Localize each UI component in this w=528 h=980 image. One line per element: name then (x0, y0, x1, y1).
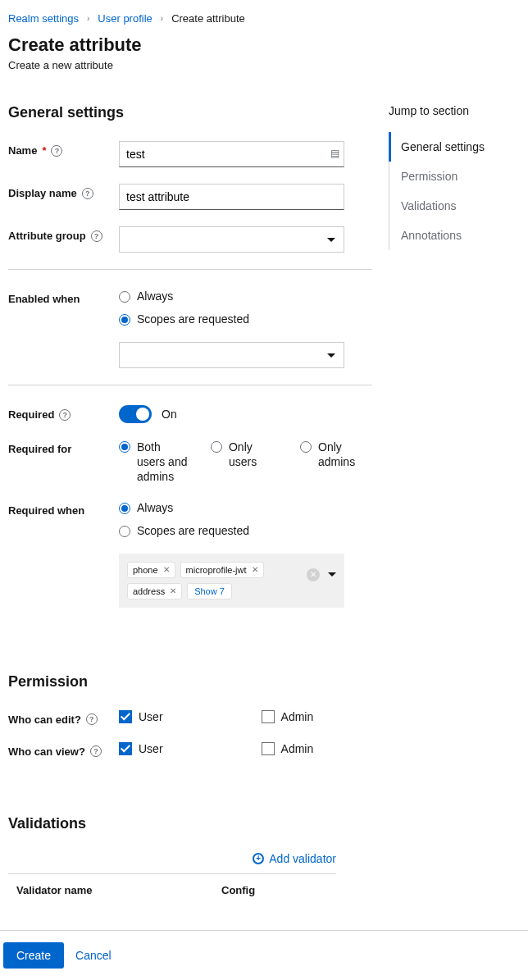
breadcrumb: Realm settings › User profile › Create a… (8, 8, 520, 25)
chip-phone: phone ✕ (127, 562, 175, 578)
checkbox-edit-admin[interactable]: Admin (262, 710, 314, 723)
chevron-right-icon: › (87, 14, 89, 23)
label-enabled-when: Enabled when (8, 289, 119, 305)
jump-nav: General settings Permission Validations … (389, 132, 520, 250)
chip-microprofile-jwt: microprofile-jwt ✕ (180, 562, 264, 578)
checkbox-view-admin[interactable]: Admin (262, 742, 314, 755)
label-who-can-edit: Who can edit? ? (8, 710, 119, 726)
clear-all-icon[interactable]: ✕ (307, 568, 320, 581)
radio-required-when-scopes[interactable]: Scopes are requested (119, 524, 372, 537)
page-subtitle: Create a new attribute (8, 59, 520, 71)
validators-table: Validator name Config (8, 873, 336, 906)
close-icon[interactable]: ✕ (163, 565, 170, 574)
create-button[interactable]: Create (3, 942, 64, 969)
scopes-multiselect[interactable]: phone ✕ microprofile-jwt ✕ address ✕ (119, 554, 344, 608)
label-name: Name * ? (8, 141, 119, 157)
column-config: Config (221, 884, 255, 896)
checkbox-edit-user[interactable]: User (119, 710, 163, 723)
radio-enabled-scopes[interactable]: Scopes are requested (119, 312, 372, 326)
label-required-when: Required when (8, 501, 119, 517)
radio-required-for-users[interactable]: Only users (211, 440, 280, 485)
breadcrumb-user-profile[interactable]: User profile (98, 12, 152, 25)
add-validator-button[interactable]: + Add validator (253, 852, 336, 865)
close-icon[interactable]: ✕ (252, 565, 258, 574)
close-icon[interactable]: ✕ (170, 586, 176, 595)
attribute-group-select[interactable] (119, 226, 344, 253)
help-icon[interactable]: ? (82, 188, 93, 199)
help-icon[interactable]: ? (59, 409, 71, 421)
breadcrumb-realm-settings[interactable]: Realm settings (8, 12, 79, 25)
jump-link-validations[interactable]: Validations (389, 191, 520, 221)
help-icon[interactable]: ? (51, 145, 62, 157)
radio-required-for-admins[interactable]: Only admins (300, 440, 372, 485)
required-asterisk: * (42, 144, 46, 157)
jump-link-permission[interactable]: Permission (389, 162, 520, 191)
form-input-icon: ▤ (330, 148, 339, 159)
label-required: Required ? (8, 405, 119, 421)
radio-required-when-always[interactable]: Always (119, 501, 372, 514)
label-attribute-group: Attribute group ? (8, 226, 119, 242)
section-validations: Validations (8, 815, 372, 832)
name-input[interactable] (119, 141, 344, 167)
label-required-for: Required for (8, 440, 119, 455)
help-icon[interactable]: ? (91, 230, 102, 242)
enabled-scopes-select[interactable] (119, 342, 344, 368)
chevron-right-icon: › (161, 14, 163, 23)
breadcrumb-current: Create attribute (171, 12, 245, 25)
caret-down-icon (328, 572, 336, 577)
chip-address: address ✕ (127, 583, 182, 599)
radio-required-for-both[interactable]: Both users and admins (119, 440, 191, 485)
plus-circle-icon: + (253, 853, 264, 864)
label-display-name: Display name ? (8, 184, 119, 199)
toggle-state-label: On (162, 408, 177, 421)
page-title: Create attribute (8, 34, 520, 56)
jump-link-annotations[interactable]: Annotations (389, 221, 520, 250)
show-more-button[interactable]: Show 7 (187, 583, 232, 599)
jump-link-general-settings[interactable]: General settings (389, 132, 520, 162)
caret-down-icon (327, 353, 335, 358)
column-validator-name: Validator name (16, 884, 221, 896)
section-permission: Permission (8, 673, 372, 691)
jump-to-section-title: Jump to section (389, 104, 520, 117)
radio-enabled-always[interactable]: Always (119, 289, 372, 303)
caret-down-icon (327, 238, 335, 242)
section-general-settings: General settings (8, 104, 372, 121)
cancel-button[interactable]: Cancel (75, 949, 112, 962)
help-icon[interactable]: ? (86, 713, 98, 725)
required-toggle[interactable] (119, 405, 152, 423)
display-name-input[interactable] (119, 184, 344, 210)
footer-actions: Create Cancel (0, 930, 528, 980)
label-who-can-view: Who can view? ? (8, 742, 119, 758)
checkbox-view-user[interactable]: User (119, 742, 163, 755)
help-icon[interactable]: ? (90, 745, 102, 757)
